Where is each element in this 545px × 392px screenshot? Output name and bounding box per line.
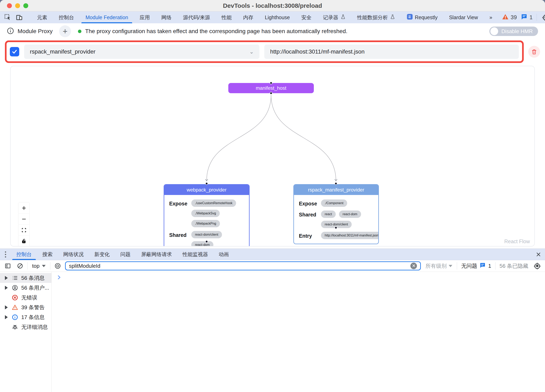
sidebar-item-user-messages[interactable]: 56 条用户... [0, 283, 51, 293]
toggle-label: Disable HMR [502, 28, 533, 35]
tab-requestly[interactable]: Requestly [401, 12, 443, 23]
console-output[interactable] [52, 272, 545, 392]
warning-count[interactable]: 39 [502, 13, 517, 21]
chevron-down-icon: ⌄ [249, 49, 254, 55]
expose-pill: ./Component [321, 199, 347, 207]
issues-count[interactable]: 1 [521, 13, 533, 21]
info-icon [7, 27, 14, 35]
sidebar-item-verbose[interactable]: 无详细消息 [0, 322, 51, 332]
node-handle[interactable] [205, 240, 208, 243]
error-icon [12, 295, 19, 301]
module-proxy-header: Module Proxy + The proxy configuration h… [0, 23, 545, 39]
drawer-tab-network-conditions[interactable]: 网络状况 [58, 249, 89, 260]
node-handle[interactable] [270, 92, 272, 95]
tab-performance-insights[interactable]: 性能数据分析 [352, 12, 401, 23]
sidebar-item-all-messages[interactable]: 56 条消息 [0, 273, 51, 283]
tab-module-federation[interactable]: Module Federation [80, 12, 134, 23]
node-webpack-provider[interactable]: webpack_provider Expose ./useCustomRemot… [164, 184, 250, 247]
caret-icon[interactable] [5, 315, 8, 319]
drawer-tab-network-blocking[interactable]: 屏蔽网络请求 [136, 249, 177, 260]
node-rspack-manifest-provider[interactable]: rspack_manifest_provider Expose ./Compon… [293, 184, 379, 244]
console-body: 56 条消息 56 条用户... 无错误 [0, 272, 545, 392]
sidebar-item-info[interactable]: 17 条信息 [0, 312, 51, 322]
sidebar-toggle-icon[interactable] [3, 261, 13, 270]
clear-filter-icon[interactable]: ✕ [410, 263, 417, 269]
disable-hmr-toggle[interactable]: Disable HMR [489, 27, 538, 36]
drawer-tab-console[interactable]: 控制台 [11, 249, 37, 260]
proxy-enabled-checkbox[interactable] [10, 47, 19, 56]
entry-row: Entry http://localhost:3011/mf-manifest.… [299, 232, 373, 239]
fit-view-button[interactable] [19, 225, 29, 236]
tab-network[interactable]: 网络 [155, 12, 177, 23]
info-icon [12, 314, 19, 320]
manifest-url-input[interactable]: http://localhost:3011/mf-manifest.json [264, 45, 519, 59]
tab-slardar-view[interactable]: Slardar View [443, 12, 484, 23]
zoom-out-button[interactable] [19, 214, 29, 225]
node-manifest-host[interactable]: manifest_host [228, 83, 314, 93]
react-flow-attribution[interactable]: React Flow [504, 239, 530, 244]
issues-status[interactable]: 无问题 1 [459, 262, 493, 270]
settings-gear-icon[interactable] [541, 13, 545, 22]
zoom-in-button[interactable] [19, 203, 29, 214]
lock-button[interactable] [19, 236, 29, 247]
log-levels-dropdown[interactable]: 所有级别 [423, 262, 454, 270]
node-handle[interactable] [335, 226, 337, 229]
live-expression-eye-icon[interactable] [53, 261, 63, 270]
flow-canvas-wrap: manifest_host webpack_provider Expose ./… [0, 64, 545, 248]
node-handle[interactable] [270, 82, 272, 84]
console-settings-gear-icon[interactable] [532, 261, 542, 270]
tab-console[interactable]: 控制台 [53, 12, 80, 23]
tab-performance[interactable]: 性能 [216, 12, 237, 23]
console-sidebar: 56 条消息 56 条用户... 无错误 [0, 272, 52, 392]
inspect-element-icon[interactable] [3, 13, 13, 22]
drawer-tab-issues[interactable]: 问题 [115, 249, 136, 260]
caret-icon[interactable] [5, 276, 8, 280]
tab-security[interactable]: 安全 [296, 12, 317, 23]
hidden-messages-count[interactable]: 56 条已隐藏 [498, 262, 530, 270]
sidebar-item-warnings[interactable]: 39 条警告 [0, 302, 51, 312]
drawer-tab-animations[interactable]: 动画 [213, 249, 234, 260]
flow-canvas[interactable]: manifest_host webpack_provider Expose ./… [10, 66, 535, 247]
drawer-tab-search[interactable]: 搜索 [37, 249, 58, 260]
status-dot [78, 30, 81, 33]
console-prompt-icon [56, 275, 62, 281]
shared-row: Shared react-dom/client react-dom react/… [169, 231, 244, 247]
console-drawer: 控制台 搜索 网络状况 新变化 问题 屏蔽网络请求 性能监视器 动画 top [0, 248, 545, 392]
more-tabs-button[interactable]: » [484, 12, 498, 23]
message-icon [521, 13, 527, 21]
flask-icon [390, 14, 395, 21]
device-toolbar-icon[interactable] [14, 13, 24, 22]
drawer-tabbar: 控制台 搜索 网络状况 新变化 问题 屏蔽网络请求 性能监视器 动画 [0, 249, 545, 260]
flask-icon [341, 14, 346, 21]
tab-lighthouse[interactable]: Lighthouse [259, 12, 295, 23]
execution-context-selector[interactable]: top [30, 263, 48, 269]
tab-sources[interactable]: 源代码/来源 [177, 12, 216, 23]
drawer-tab-changes[interactable]: 新变化 [89, 249, 115, 260]
expose-pill: ./useCustomRemoteHook [191, 199, 236, 207]
delete-proxy-button[interactable] [528, 46, 540, 58]
console-toolbar: top splitModuleId ✕ 所有级别 无问题 1 5 [0, 260, 545, 272]
entry-pill: http://localhost:3011/mf-manifest.json [321, 232, 379, 239]
provider-select[interactable]: rspack_manifest_provider ⌄ [24, 45, 260, 59]
sidebar-item-errors[interactable]: 无错误 [0, 293, 51, 302]
tab-elements[interactable]: 元素 [31, 12, 53, 23]
chevron-down-icon [42, 265, 46, 267]
drawer-menu-icon[interactable] [0, 249, 11, 260]
caret-icon[interactable] [5, 305, 8, 309]
user-icon [12, 285, 19, 291]
proxy-panel-title: Module Proxy [18, 28, 53, 35]
console-filter-input[interactable]: splitModuleId ✕ [65, 261, 421, 270]
tab-application[interactable]: 应用 [134, 12, 155, 23]
close-drawer-icon[interactable] [532, 249, 545, 260]
add-proxy-button[interactable]: + [59, 25, 71, 37]
expose-pill: ./WebpackPng [191, 220, 220, 227]
proxy-entry-row: rspack_manifest_provider ⌄ http://localh… [0, 39, 545, 64]
shared-pill: react [321, 211, 336, 218]
clear-console-icon[interactable] [15, 261, 25, 270]
node-handle[interactable] [335, 182, 337, 185]
drawer-tab-performance-monitor[interactable]: 性能监视器 [177, 249, 213, 260]
caret-icon[interactable] [5, 286, 8, 290]
tab-memory[interactable]: 内存 [237, 12, 259, 23]
tab-recorder[interactable]: 记录器 [317, 12, 352, 23]
node-handle[interactable] [205, 182, 208, 185]
